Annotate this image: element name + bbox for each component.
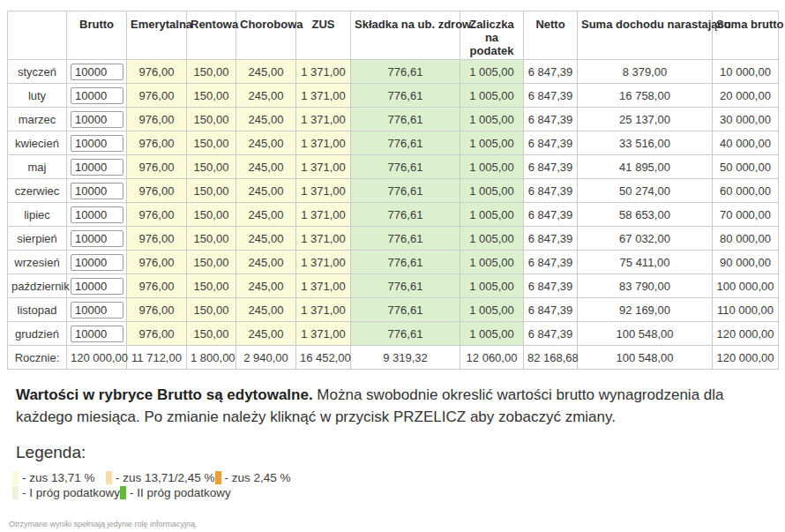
value-cell: 976,00 <box>127 179 187 203</box>
value-cell: 6 847,39 <box>524 298 578 322</box>
value-cell: 976,00 <box>127 274 187 298</box>
column-header: Brutto <box>67 11 127 60</box>
value-cell: 83 790,00 <box>578 274 713 298</box>
value-cell: 1 005,00 <box>460 108 524 131</box>
value-cell: 245,00 <box>236 60 296 84</box>
summary-value-cell: 9 319,32 <box>351 346 460 370</box>
value-cell: 1 005,00 <box>460 322 524 346</box>
brutto-input[interactable] <box>71 206 123 223</box>
value-cell: 110 000,00 <box>713 298 779 322</box>
value-cell: 1 371,00 <box>296 155 351 179</box>
month-row: maj976,00150,00245,001 371,00776,611 005… <box>8 155 779 179</box>
brutto-input[interactable] <box>71 64 123 80</box>
value-cell: 25 137,00 <box>578 108 713 131</box>
brutto-input[interactable] <box>71 135 123 152</box>
brutto-input[interactable] <box>71 230 123 247</box>
legend-swatch-icon <box>106 471 112 484</box>
value-cell: 245,00 <box>236 179 296 203</box>
column-header: Chorobowa <box>236 11 296 60</box>
legend: - zus 13,71 %- zus 13,71/2,45 %- zus 2,4… <box>0 471 785 499</box>
value-cell: 1 005,00 <box>460 251 524 274</box>
month-label: październik <box>8 274 67 298</box>
brutto-input[interactable] <box>71 183 123 199</box>
disclaimer-text: Otrzymane wyniki spełniają jedynie rolę … <box>9 520 198 528</box>
summary-value-cell: 120 000,00 <box>67 346 127 370</box>
value-cell: 1 371,00 <box>296 179 351 203</box>
column-header: Netto <box>524 11 578 60</box>
brutto-cell <box>67 84 127 108</box>
legend-label: - I próg podatkowy <box>22 486 120 499</box>
value-cell: 1 005,00 <box>460 60 524 84</box>
month-label: kwiecień <box>8 131 67 155</box>
month-row: sierpień976,00150,00245,001 371,00776,61… <box>8 227 779 251</box>
value-cell: 976,00 <box>127 131 187 155</box>
summary-row: Rocznie:120 000,0011 712,001 800,002 940… <box>8 346 779 370</box>
month-row: marzec976,00150,00245,001 371,00776,611 … <box>8 108 779 131</box>
value-cell: 1 371,00 <box>296 251 351 274</box>
value-cell: 1 005,00 <box>460 84 524 108</box>
brutto-input[interactable] <box>71 87 123 104</box>
value-cell: 150,00 <box>187 84 236 108</box>
brutto-input[interactable] <box>71 159 123 176</box>
brutto-input[interactable] <box>71 111 123 128</box>
value-cell: 6 847,39 <box>524 251 578 274</box>
value-cell: 150,00 <box>187 131 236 155</box>
value-cell: 50 274,00 <box>578 179 713 203</box>
brutto-cell <box>67 227 127 251</box>
brutto-input[interactable] <box>71 326 123 342</box>
legend-item: - zus 13,71 % <box>12 471 106 484</box>
legend-row: - zus 13,71 %- zus 13,71/2,45 %- zus 2,4… <box>12 471 785 484</box>
brutto-cell <box>67 60 127 84</box>
brutto-input[interactable] <box>71 278 123 295</box>
month-label: wrzesień <box>8 251 67 274</box>
brutto-cell <box>67 298 127 322</box>
value-cell: 1 371,00 <box>296 227 351 251</box>
month-row: wrzesień976,00150,00245,001 371,00776,61… <box>8 251 779 274</box>
value-cell: 1 371,00 <box>296 84 351 108</box>
month-row: listopad976,00150,00245,001 371,00776,61… <box>8 298 779 322</box>
column-header: Suma brutto <box>713 11 779 60</box>
month-label: lipiec <box>8 203 67 227</box>
value-cell: 6 847,39 <box>524 227 578 251</box>
header-row: BruttoEmerytalnaRentowaChorobowaZUSSkład… <box>8 11 779 60</box>
value-cell: 245,00 <box>236 203 296 227</box>
legend-label: - zus 13,71/2,45 % <box>116 471 215 484</box>
legend-item: - zus 13,71/2,45 % <box>106 471 215 484</box>
value-cell: 150,00 <box>187 108 236 131</box>
column-header: Emerytalna <box>127 11 187 60</box>
value-cell: 976,00 <box>127 227 187 251</box>
value-cell: 1 005,00 <box>460 155 524 179</box>
brutto-cell <box>67 179 127 203</box>
value-cell: 50 000,00 <box>713 155 779 179</box>
value-cell: 776,61 <box>351 203 460 227</box>
note-bold: Wartości w rybryce Brutto są edytowalne. <box>16 386 313 403</box>
legend-swatch-icon <box>12 471 19 484</box>
value-cell: 1 005,00 <box>460 131 524 155</box>
value-cell: 776,61 <box>351 274 460 298</box>
brutto-input[interactable] <box>71 302 123 318</box>
column-header: Składka na ub. zdrow. <box>351 11 460 60</box>
month-label: marzec <box>8 108 67 131</box>
value-cell: 976,00 <box>127 155 187 179</box>
value-cell: 6 847,39 <box>524 131 578 155</box>
summary-value-cell: 1 800,00 <box>187 346 236 370</box>
salary-table: BruttoEmerytalnaRentowaChorobowaZUSSkład… <box>7 11 779 370</box>
value-cell: 1 371,00 <box>296 274 351 298</box>
value-cell: 6 847,39 <box>524 179 578 203</box>
value-cell: 776,61 <box>351 179 460 203</box>
month-row: październik976,00150,00245,001 371,00776… <box>8 274 779 298</box>
summary-value-cell: 16 452,00 <box>296 346 351 370</box>
value-cell: 1 371,00 <box>296 131 351 155</box>
value-cell: 976,00 <box>127 203 187 227</box>
value-cell: 6 847,39 <box>524 274 578 298</box>
brutto-cell <box>67 108 127 131</box>
value-cell: 1 371,00 <box>296 108 351 131</box>
value-cell: 1 371,00 <box>296 60 351 84</box>
brutto-input[interactable] <box>71 254 123 271</box>
column-header: Rentowa <box>187 11 236 60</box>
value-cell: 120 000,00 <box>713 322 779 346</box>
brutto-cell <box>67 251 127 274</box>
month-row: kwiecień976,00150,00245,001 371,00776,61… <box>8 131 779 155</box>
value-cell: 30 000,00 <box>713 108 779 131</box>
summary-value-cell: 12 060,00 <box>460 346 524 370</box>
